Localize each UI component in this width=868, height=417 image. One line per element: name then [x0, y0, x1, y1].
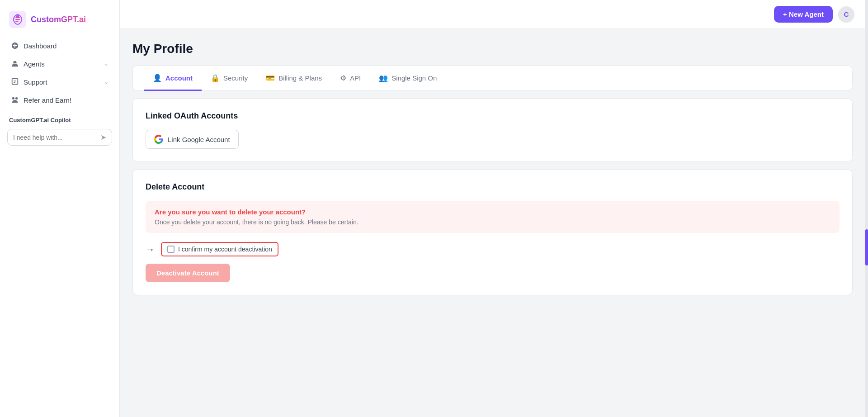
copilot-input-box[interactable]: ➤ — [7, 129, 112, 146]
sidebar-item-agents[interactable]: Agents ⌄ — [5, 55, 114, 72]
sidebar-nav: Dashboard Agents ⌄ Support ⌄ Refer and E… — [0, 37, 119, 109]
sidebar-item-dashboard[interactable]: Dashboard — [5, 37, 114, 54]
svg-point-1 — [16, 15, 19, 18]
sidebar-item-support-label: Support — [24, 78, 47, 86]
topbar-actions: + New Agent C — [774, 6, 854, 23]
tabs-card: 👤 Account 🔒 Security 💳 Billing & Plans ⚙… — [132, 65, 853, 91]
lock-icon: 🔒 — [211, 74, 220, 82]
support-icon — [11, 78, 19, 86]
confirm-checkbox-label[interactable]: I confirm my account deactivation — [161, 242, 278, 256]
logo-text: CustomGPT.ai — [31, 15, 86, 24]
confirm-label-text: I confirm my account deactivation — [178, 246, 272, 253]
tab-api-label: API — [350, 74, 361, 82]
link-google-label: Link Google Account — [168, 136, 230, 143]
tab-account-label: Account — [165, 74, 193, 82]
support-chevron-icon: ⌄ — [104, 79, 108, 85]
page-content: My Profile 👤 Account 🔒 Security 💳 Billin… — [120, 29, 865, 417]
agents-icon — [11, 60, 19, 68]
linked-oauth-title: Linked OAuth Accounts — [146, 111, 840, 121]
person-icon: 👤 — [153, 74, 162, 82]
tab-account[interactable]: 👤 Account — [144, 66, 202, 91]
dashboard-icon — [11, 42, 19, 50]
logo-icon — [9, 11, 26, 28]
refer-icon — [11, 96, 19, 104]
logo: CustomGPT.ai — [0, 7, 119, 37]
main-content: + New Agent C My Profile 👤 Account 🔒 Sec… — [120, 0, 865, 417]
topbar: + New Agent C — [120, 0, 865, 29]
arrow-indicator-icon: → — [146, 244, 155, 255]
tab-sso[interactable]: 👥 Single Sign On — [370, 66, 446, 91]
sso-icon: 👥 — [379, 74, 388, 82]
sidebar: CustomGPT.ai Dashboard Agents ⌄ Support … — [0, 0, 120, 417]
sidebar-item-support[interactable]: Support ⌄ — [5, 73, 114, 90]
sidebar-item-refer[interactable]: Refer and Earn! — [5, 91, 114, 109]
link-google-button[interactable]: Link Google Account — [146, 130, 239, 149]
warning-text: Once you delete your account, there is n… — [155, 218, 830, 226]
scrollbar-thumb — [865, 229, 868, 265]
copilot-input[interactable] — [13, 134, 97, 141]
google-icon — [154, 135, 163, 144]
copilot-input-container: ➤ — [0, 127, 119, 147]
tab-security-label: Security — [223, 74, 248, 82]
send-icon[interactable]: ➤ — [100, 133, 106, 142]
confirm-row: → I confirm my account deactivation — [146, 242, 840, 256]
warning-title: Are you sure you want to delete your acc… — [155, 208, 830, 216]
sidebar-item-refer-label: Refer and Earn! — [24, 96, 71, 104]
agents-chevron-icon: ⌄ — [104, 61, 108, 67]
page-title: My Profile — [132, 42, 853, 56]
tab-billing-label: Billing & Plans — [278, 74, 322, 82]
linked-oauth-section: Linked OAuth Accounts Link Google Accoun… — [132, 98, 853, 162]
sidebar-item-dashboard-label: Dashboard — [24, 42, 57, 50]
confirm-checkbox[interactable] — [167, 246, 175, 253]
tabs: 👤 Account 🔒 Security 💳 Billing & Plans ⚙… — [144, 66, 841, 90]
scrollbar[interactable] — [865, 0, 868, 417]
new-agent-button[interactable]: + New Agent — [774, 6, 833, 23]
api-icon: ⚙ — [340, 74, 346, 82]
deactivate-button[interactable]: Deactivate Account — [146, 264, 230, 282]
sidebar-item-agents-label: Agents — [24, 60, 45, 68]
card-icon: 💳 — [266, 74, 275, 82]
delete-account-title: Delete Account — [146, 182, 840, 192]
avatar[interactable]: C — [838, 6, 854, 23]
tab-billing[interactable]: 💳 Billing & Plans — [257, 66, 331, 91]
tab-security[interactable]: 🔒 Security — [202, 66, 257, 91]
copilot-section-label: CustomGPT.ai Copilot — [0, 109, 119, 127]
delete-account-section: Delete Account Are you sure you want to … — [132, 169, 853, 295]
warning-box: Are you sure you want to delete your acc… — [146, 201, 840, 233]
tab-sso-label: Single Sign On — [392, 74, 437, 82]
tab-api[interactable]: ⚙ API — [331, 66, 370, 91]
